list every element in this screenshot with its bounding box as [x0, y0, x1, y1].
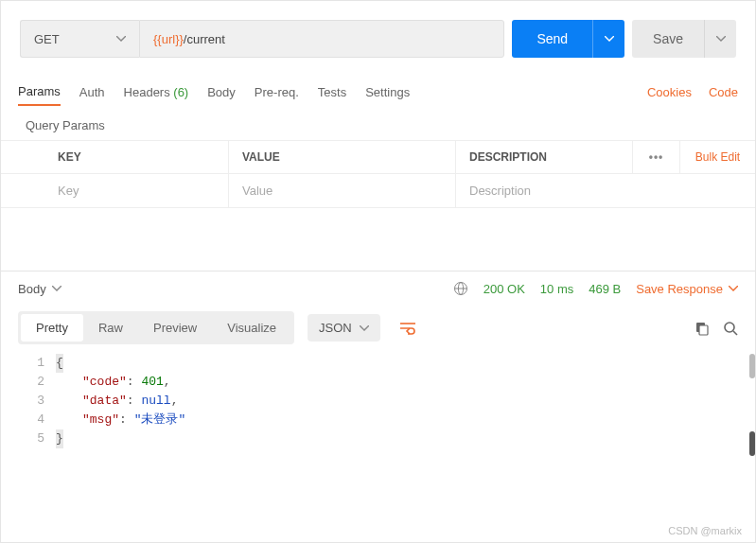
save-button[interactable]: Save [632, 20, 704, 58]
method-label: GET [34, 32, 60, 46]
param-key-input[interactable]: Key [1, 174, 228, 207]
send-dropdown-button[interactable] [592, 20, 624, 58]
view-raw[interactable]: Raw [83, 314, 138, 342]
chevron-down-icon [716, 36, 726, 42]
request-tabs: Params Auth Headers (6) Body Pre-req. Te… [1, 77, 755, 107]
url-input[interactable]: {{url}}/current [139, 20, 504, 58]
more-icon[interactable]: ••• [649, 150, 664, 164]
svg-rect-5 [699, 325, 708, 335]
tab-body[interactable]: Body [207, 79, 236, 105]
cookies-link[interactable]: Cookies [647, 85, 692, 99]
params-table-head: KEY VALUE DESCRIPTION ••• Bulk Edit [1, 141, 755, 174]
query-params-title: Query Params [1, 107, 755, 140]
chevron-down-icon [605, 36, 614, 42]
col-desc: DESCRIPTION [455, 141, 632, 173]
tab-settings[interactable]: Settings [365, 79, 410, 105]
chevron-down-icon [360, 325, 369, 331]
method-select[interactable]: GET [20, 20, 139, 58]
response-view-switch: Pretty Raw Preview Visualize [18, 311, 294, 344]
status-time: 10 ms [540, 282, 573, 296]
tab-prereq[interactable]: Pre-req. [255, 79, 299, 105]
headers-count: (6) [173, 85, 188, 99]
param-desc-input[interactable]: Description [455, 174, 632, 207]
view-visualize[interactable]: Visualize [212, 314, 291, 342]
status-code: 200 OK [483, 282, 525, 296]
bulk-edit-link[interactable]: Bulk Edit [695, 150, 740, 164]
chevron-down-icon [52, 286, 62, 291]
chevron-down-icon [729, 286, 738, 291]
status-size: 469 B [589, 282, 621, 296]
col-value: VALUE [228, 141, 455, 173]
copy-icon[interactable] [694, 321, 710, 336]
col-key: KEY [1, 141, 228, 173]
globe-icon[interactable] [453, 281, 468, 296]
tab-headers[interactable]: Headers (6) [124, 79, 189, 105]
chevron-down-icon [116, 36, 126, 42]
url-path: /current [184, 32, 225, 46]
svg-point-6 [725, 323, 734, 332]
response-code[interactable]: 1{ 2"code": 401, 3"data": null, 4"msg": … [1, 354, 755, 465]
response-body-dropdown[interactable]: Body [18, 282, 62, 296]
save-response-dropdown[interactable]: Save Response [636, 282, 738, 296]
params-table: KEY VALUE DESCRIPTION ••• Bulk Edit Key … [1, 140, 755, 208]
code-link[interactable]: Code [709, 85, 738, 99]
response-toolbar: Pretty Raw Preview Visualize JSON [1, 306, 755, 354]
view-preview[interactable]: Preview [138, 314, 212, 342]
tab-tests[interactable]: Tests [318, 79, 346, 105]
tab-auth[interactable]: Auth [79, 79, 105, 105]
send-button[interactable]: Send [512, 20, 592, 58]
wrap-lines-icon[interactable] [394, 314, 422, 342]
watermark: CSDN @markix [668, 525, 742, 536]
view-pretty[interactable]: Pretty [21, 314, 83, 342]
svg-line-7 [733, 331, 737, 335]
tab-params[interactable]: Params [18, 79, 61, 106]
save-dropdown-button[interactable] [704, 20, 736, 58]
response-format-dropdown[interactable]: JSON [308, 314, 380, 342]
param-value-input[interactable]: Value [228, 174, 455, 207]
url-variable: {{url}} [153, 32, 184, 46]
params-row-empty[interactable]: Key Value Description [1, 174, 755, 208]
search-icon[interactable] [723, 321, 738, 336]
response-header: Body 200 OK 10 ms 469 B Save Response [1, 272, 755, 306]
